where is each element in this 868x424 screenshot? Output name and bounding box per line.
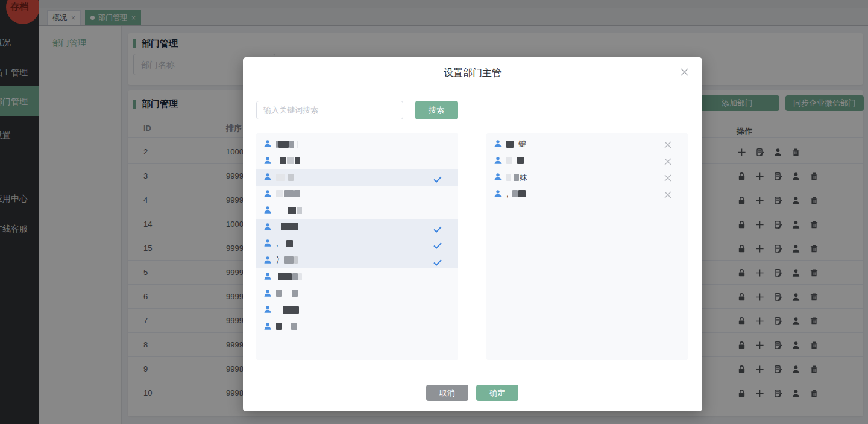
redaction-block [278, 273, 292, 280]
user-name-redacted [276, 306, 300, 314]
redaction-block [513, 157, 517, 164]
redaction-block [283, 290, 291, 297]
cancel-button[interactable]: 取消 [426, 385, 468, 401]
remove-user-icon[interactable] [664, 157, 672, 165]
redaction-block [289, 141, 294, 148]
user-avatar-icon [263, 289, 272, 298]
redaction-block [280, 157, 286, 164]
redaction-block [288, 174, 294, 181]
set-department-manager-dialog: 设置部门主管 搜索 ,冫 键妹, 取消 确定 [243, 57, 702, 411]
redaction-block [276, 174, 285, 181]
selected-user-list: 键妹, [486, 133, 688, 360]
check-icon [433, 241, 442, 247]
remove-user-icon[interactable] [664, 173, 672, 181]
redaction-block [506, 157, 512, 164]
user-name-redacted [276, 290, 298, 297]
user-avatar-icon [494, 139, 503, 148]
user-avatar-icon [263, 322, 272, 331]
user-avatar-icon [494, 172, 503, 182]
user-avatar-icon [263, 305, 272, 314]
redaction-block [276, 323, 282, 330]
redaction-block [281, 223, 298, 230]
user-name-redacted: , [506, 189, 526, 198]
candidate-user-row[interactable] [256, 202, 458, 219]
candidate-user-row[interactable] [256, 169, 458, 186]
redaction-block [297, 207, 302, 214]
redaction-block [512, 190, 518, 197]
user-name-redacted: , [276, 239, 294, 248]
user-name-redacted [276, 141, 299, 148]
redaction-block [292, 290, 298, 297]
user-name-fragment: 冫 [276, 255, 284, 265]
redaction-block [512, 174, 513, 181]
close-icon[interactable] [681, 68, 689, 76]
search-button[interactable]: 搜索 [415, 101, 458, 119]
user-avatar-icon [263, 223, 272, 232]
user-avatar-icon [263, 156, 272, 165]
candidate-user-row[interactable] [256, 186, 458, 203]
candidate-user-row[interactable] [256, 219, 458, 236]
redaction-block [518, 190, 526, 197]
user-name-fragment: 键 [518, 139, 526, 150]
candidate-user-row[interactable] [256, 302, 458, 318]
redaction-block [509, 190, 512, 197]
keyword-search-input[interactable] [256, 101, 403, 119]
candidate-user-row[interactable]: 冫 [256, 252, 458, 269]
user-avatar-icon [263, 139, 272, 148]
redaction-block [276, 207, 287, 214]
redaction-block [276, 273, 277, 280]
candidate-user-row[interactable] [256, 268, 458, 285]
redaction-block [284, 256, 294, 264]
candidate-user-row[interactable] [256, 285, 458, 302]
user-name-redacted [276, 207, 303, 214]
redaction-block [283, 306, 299, 314]
user-name-fragment: 妹 [520, 172, 527, 183]
redaction-block [284, 190, 294, 197]
check-icon [433, 258, 442, 264]
user-name-redacted: 键 [506, 139, 526, 150]
user-name-redacted [276, 190, 301, 197]
redaction-block [276, 157, 279, 164]
candidate-user-row[interactable] [256, 153, 458, 169]
user-avatar-icon [263, 272, 272, 281]
redaction-block [514, 141, 518, 148]
candidate-user-row[interactable]: , [256, 235, 458, 252]
redaction-block [288, 207, 296, 214]
redaction-block [276, 141, 278, 148]
dialog-title: 设置部门主管 [243, 67, 702, 80]
candidate-user-row[interactable] [256, 318, 458, 335]
redaction-block [276, 290, 282, 297]
remove-user-icon[interactable] [664, 190, 672, 198]
redaction-block [514, 174, 519, 181]
redaction-block [287, 157, 294, 164]
redaction-block [286, 240, 293, 247]
redaction-block [276, 306, 282, 314]
redaction-block [278, 240, 286, 247]
user-avatar-icon [263, 256, 272, 265]
user-name-redacted [276, 174, 294, 181]
redaction-block [292, 273, 298, 280]
user-name-redacted [506, 157, 524, 164]
selected-user-row: 键 [486, 136, 688, 153]
redaction-block [294, 256, 298, 264]
redaction-block [517, 157, 524, 164]
redaction-block [278, 141, 289, 148]
redaction-block [276, 190, 283, 197]
candidate-user-row[interactable] [256, 136, 458, 153]
remove-user-icon[interactable] [664, 140, 672, 148]
user-avatar-icon [263, 206, 272, 215]
selected-user-row [486, 153, 688, 169]
redaction-block [295, 157, 300, 164]
redaction-block [294, 190, 300, 197]
redaction-block [506, 174, 511, 181]
user-avatar-icon [263, 172, 272, 182]
check-icon [433, 174, 442, 181]
selected-user-row: , [486, 186, 688, 203]
user-name-redacted [276, 273, 303, 280]
redaction-block [291, 323, 297, 330]
confirm-button[interactable]: 确定 [476, 385, 518, 401]
user-avatar-icon [263, 239, 272, 248]
user-name-redacted [276, 223, 299, 230]
user-name-redacted: 妹 [506, 172, 527, 183]
check-icon [433, 224, 442, 231]
